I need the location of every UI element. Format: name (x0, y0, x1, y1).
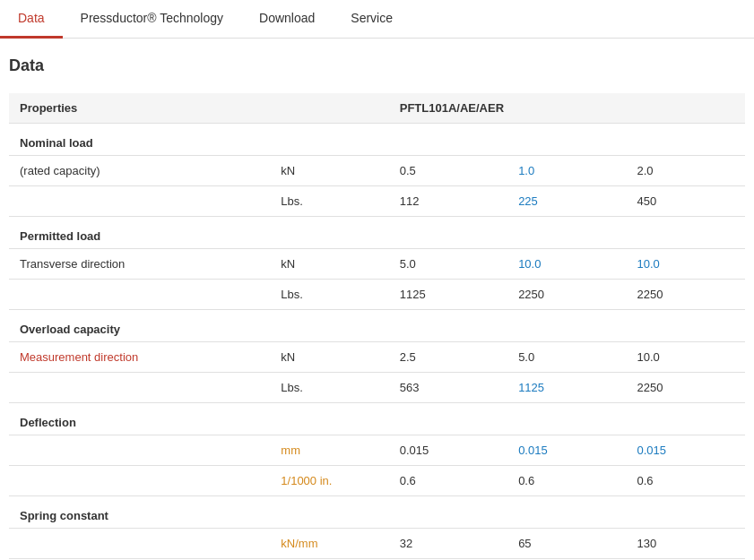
cell-val1: 1125 (389, 280, 507, 310)
tab-download[interactable]: Download (241, 0, 333, 39)
cell-val3: 0.015 (627, 435, 745, 466)
table-header-row: Properties PFTL101A/AE/AER (9, 93, 745, 124)
cell-val1: 2.5 (389, 342, 507, 373)
table-row: mm 0.015 0.015 0.015 (9, 435, 745, 466)
cell-val2: 0.015 (507, 435, 626, 466)
cell-val3: 2250 (627, 280, 745, 310)
cell-property (9, 435, 270, 466)
cell-val1: 563 (389, 373, 507, 403)
cell-val3: 10.0 (627, 342, 745, 373)
cell-unit: kN/mm (270, 529, 388, 559)
table-row: 1/1000 in. 0.6 0.6 0.6 (9, 466, 745, 496)
cell-unit: Lbs. (270, 373, 388, 403)
cell-val2: 5.0 (507, 342, 626, 373)
section-label: Nominal load (9, 124, 745, 156)
tab-bar: Data Pressductor® Technology Download Se… (0, 0, 754, 39)
table-row: Measurement direction kN 2.5 5.0 10.0 (9, 342, 745, 373)
table-section-header: Spring constant (9, 496, 745, 529)
page-title: Data (0, 56, 754, 75)
cell-property (9, 529, 270, 559)
cell-val2: 65 (507, 529, 626, 559)
cell-val2: 0.6 (507, 466, 626, 496)
cell-unit: mm (270, 435, 388, 466)
cell-val2: 1.0 (507, 156, 626, 186)
cell-val1: 32 (389, 529, 507, 559)
cell-unit: kN (270, 156, 388, 186)
section-label: Overload capacity (9, 310, 745, 342)
tab-pressductor[interactable]: Pressductor® Technology (63, 0, 241, 39)
col-header-property: Properties (9, 93, 270, 124)
table-row: Lbs. 563 1125 2250 (9, 373, 745, 403)
table-row: Transverse direction kN 5.0 10.0 10.0 (9, 249, 745, 280)
table-row: Lbs. 112 225 450 (9, 186, 745, 217)
cell-property: Transverse direction (9, 249, 270, 280)
cell-val3: 2250 (627, 373, 745, 403)
cell-property (9, 280, 270, 310)
cell-val2: 10.0 (507, 249, 626, 280)
tab-service[interactable]: Service (333, 0, 411, 39)
cell-val2: 2250 (507, 280, 626, 310)
cell-val1: 0.015 (389, 435, 507, 466)
cell-unit: Lbs. (270, 280, 388, 310)
table-section-header: Deflection (9, 403, 745, 435)
col-header-unit (270, 93, 388, 124)
cell-val2: 1125 (507, 373, 626, 403)
cell-unit: 1/1000 in. (270, 466, 388, 496)
cell-val3: 450 (627, 186, 745, 217)
cell-property: Measurement direction (9, 342, 270, 373)
table-section-header: Permitted load (9, 217, 745, 249)
table-row: kN/mm 32 65 130 (9, 529, 745, 559)
cell-unit: kN (270, 342, 388, 373)
cell-unit: kN (270, 249, 388, 280)
col-header-model: PFTL101A/AE/AER (389, 93, 745, 124)
table-row: (rated capacity) kN 0.5 1.0 2.0 (9, 156, 745, 186)
table-section-header: Overload capacity (9, 310, 745, 342)
cell-unit: Lbs. (270, 186, 388, 217)
cell-val1: 112 (389, 186, 507, 217)
cell-val3: 10.0 (627, 249, 745, 280)
cell-val1: 0.5 (389, 156, 507, 186)
section-label: Permitted load (9, 217, 745, 249)
cell-property (9, 373, 270, 403)
table-row: Lbs. 1125 2250 2250 (9, 280, 745, 310)
tab-data[interactable]: Data (0, 0, 63, 39)
section-label: Deflection (9, 403, 745, 435)
data-table: Properties PFTL101A/AE/AER Nominal load … (9, 93, 745, 559)
cell-property: (rated capacity) (9, 156, 270, 186)
cell-val3: 2.0 (627, 156, 745, 186)
cell-val2: 225 (507, 186, 626, 217)
cell-val3: 130 (627, 529, 745, 559)
cell-val1: 0.6 (389, 466, 507, 496)
section-label: Spring constant (9, 496, 745, 529)
cell-val3: 0.6 (627, 466, 745, 496)
cell-val1: 5.0 (389, 249, 507, 280)
cell-property (9, 186, 270, 217)
cell-property (9, 466, 270, 496)
table-section-header: Nominal load (9, 124, 745, 156)
